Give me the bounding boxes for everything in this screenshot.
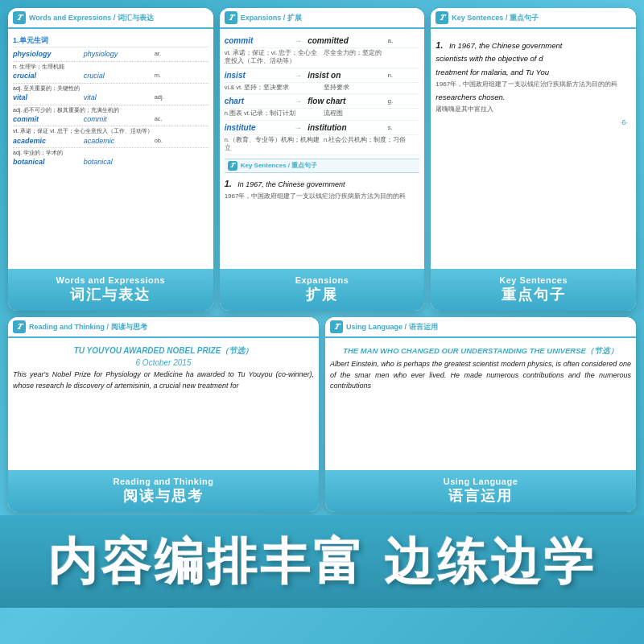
exp-row-4: institute → institution s. [225, 121, 420, 135]
article-title: TU YOUYOU AWARDED NOBEL PRIZE（节选） [13, 343, 314, 357]
exp-row-3: chart → flow chart g. [225, 94, 420, 109]
expansions-card-footer: Expansions 扩展 [220, 269, 425, 311]
bottom-banner: 内容编排丰富 边练边学 [0, 515, 644, 608]
exp-row-1: commit → committed a. [225, 34, 420, 48]
word-row: botanical botanical [13, 157, 208, 167]
reading-header-text: Reading and Thinking / 阅读与思考 [29, 323, 147, 332]
word-category: 1.单元生词 [13, 34, 208, 47]
exp-def-row-3: n.图表 vt.记录；制订计划 流程图 [225, 109, 420, 121]
language-card-footer: Using Language 语言运用 [325, 470, 636, 512]
expansions-header-text: Expansions / 扩展 [241, 14, 302, 23]
sub-key-sentences-header: 𝑻 Key Sentences / 重点句子 [225, 159, 420, 173]
words-card-footer: Words and Expressions 词汇与表达 [8, 269, 213, 311]
expansions-card: 𝑻 Expansions / 扩展 commit → committed a. … [220, 8, 425, 311]
sub-sentence: 1. In 1967, the Chinese government 1967年… [225, 173, 420, 204]
words-card-header: 𝑻 Words and Expressions / 词汇与表达 [8, 8, 213, 29]
bottom-row: 𝑻 Reading and Thinking / 阅读与思考 TU YOUYOU… [0, 314, 644, 515]
words-card: 𝑻 Words and Expressions / 词汇与表达 1.单元生词 p… [8, 8, 213, 311]
exp-row-2: insist → insist on n. [225, 68, 420, 83]
sub-key-icon: 𝑻 [228, 161, 237, 171]
key-sentences-card-header: 𝑻 Key Sentences / 重点句子 [431, 8, 636, 29]
word-row: academic academic ob. [13, 136, 208, 147]
expansions-footer-cn: 扩展 [226, 285, 419, 304]
lang-body: Albert Einstein, who is perhaps the grea… [330, 359, 631, 392]
key-sentences-icon: 𝑻 [436, 11, 448, 24]
language-card-content: THE MAN WHO CHANGED OUR UNDERSTANDING TH… [325, 338, 636, 470]
words-footer-en: Words and Expressions [14, 275, 207, 285]
words-list: 1.单元生词 physiology physiology ar. n. 生理学；… [13, 34, 208, 167]
language-header-text: Using Language / 语言运用 [346, 323, 438, 332]
reading-footer-en: Reading and Thinking [14, 477, 312, 486]
word-row: crucial crucial m. [13, 71, 208, 81]
article-date: 6 October 2015 [13, 357, 314, 369]
language-card-header: 𝑻 Using Language / 语言运用 [325, 317, 636, 338]
key-sentences-footer-cn: 重点句子 [437, 285, 630, 304]
main-container: 𝑻 Words and Expressions / 词汇与表达 1.单元生词 p… [0, 0, 644, 644]
key-sentence-block: 1. In 1967, the Chinese government scien… [436, 34, 631, 117]
expansions-icon: 𝑻 [225, 11, 237, 24]
exp-def-row-1: vt. 承诺；保证；vi. 忠于；全心全意投入（工作、活动等） 尽全全力的；坚定… [225, 48, 420, 68]
words-header-text: Words and Expressions / 词汇与表达 [29, 14, 154, 23]
exp-def-row-2: vi.& vt. 坚持；坚决要求 坚持要求 [225, 83, 420, 95]
key-sentences-card-footer: Key Sentences 重点句子 [431, 269, 636, 311]
top-row: 𝑻 Words and Expressions / 词汇与表达 1.单元生词 p… [0, 0, 644, 314]
language-icon: 𝑻 [330, 320, 343, 333]
reading-icon: 𝑻 [13, 320, 26, 333]
reading-card-footer: Reading and Thinking 阅读与思考 [8, 470, 319, 512]
reading-card-header: 𝑻 Reading and Thinking / 阅读与思考 [8, 317, 319, 338]
words-footer-cn: 词汇与表达 [14, 285, 207, 304]
word-row: vital vital adj. [13, 93, 208, 103]
key-sentences-header-text: Key Sentences / 重点句子 [452, 14, 539, 23]
exp-def-row-4: n.（教育、专业等）机构；机构建立 n.社会公共机构；制度；习俗 [225, 135, 420, 155]
page-number: ·6· [436, 117, 631, 128]
words-card-content: 1.单元生词 physiology physiology ar. n. 生理学；… [8, 29, 213, 269]
language-footer-cn: 语言运用 [332, 486, 630, 506]
sub-header-text: Key Sentences / 重点句子 [241, 161, 318, 170]
lang-title: THE MAN WHO CHANGED OUR UNDERSTANDING TH… [330, 343, 631, 357]
reading-card-content: TU YOUYOU AWARDED NOBEL PRIZE（节选） 6 Octo… [8, 338, 319, 470]
language-card: 𝑻 Using Language / 语言运用 THE MAN WHO CHAN… [325, 317, 636, 512]
expansions-card-header: 𝑻 Expansions / 扩展 [220, 8, 425, 29]
expansions-footer-en: Expansions [226, 275, 419, 285]
article-body: This year's Nobel Prize for Physiology o… [13, 369, 314, 391]
words-icon: 𝑻 [13, 11, 26, 24]
expansions-card-content: commit → committed a. vt. 承诺；保证；vi. 忠于；全… [220, 29, 425, 269]
key-sentences-card: 𝑻 Key Sentences / 重点句子 1. In 1967, the C… [431, 8, 636, 311]
word-row: physiology physiology ar. [13, 49, 208, 60]
reading-footer-cn: 阅读与思考 [14, 486, 312, 506]
reading-card: 𝑻 Reading and Thinking / 阅读与思考 TU YOUYOU… [8, 317, 319, 512]
banner-text: 内容编排丰富 边练边学 [47, 528, 596, 596]
word-row: commit commit ac. [13, 114, 208, 125]
key-sentences-footer-en: Key Sentences [437, 275, 630, 285]
language-footer-en: Using Language [332, 477, 630, 486]
key-sentences-card-content: 1. In 1967, the Chinese government scien… [431, 29, 636, 269]
